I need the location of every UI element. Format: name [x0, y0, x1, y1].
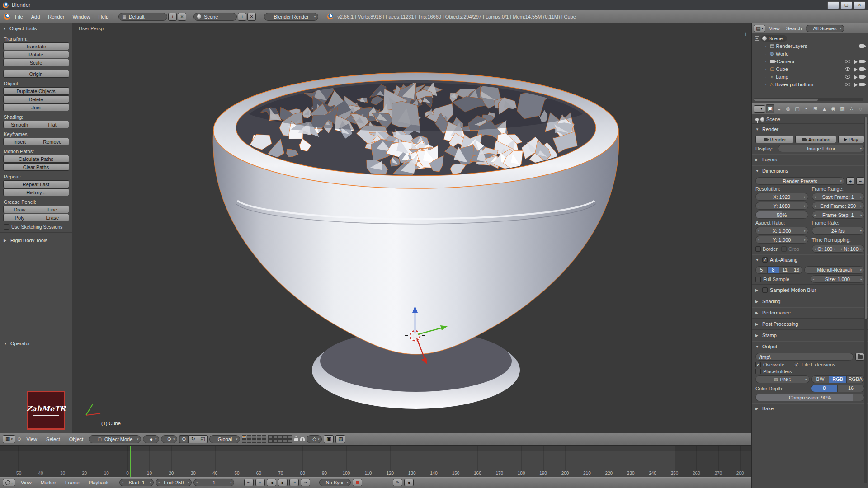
tab-physics[interactable]: ◌	[856, 104, 865, 113]
play-button[interactable]: ▶Play	[838, 136, 864, 143]
translate-button[interactable]: Translate	[3, 42, 69, 50]
tab-texture[interactable]: ▨	[838, 104, 847, 113]
outliner-row-world[interactable]: · ◍ World	[752, 50, 868, 57]
post-processing-panel-header[interactable]: ▶Post Processing	[752, 319, 868, 329]
outliner-row-lamp[interactable]: · ☼ Lamp	[752, 73, 868, 80]
color-mode-rgb[interactable]: RGB	[829, 375, 847, 383]
resolution-percentage-slider[interactable]: 50%	[755, 211, 808, 219]
maximize-button[interactable]: ▢	[840, 1, 852, 9]
render-panel-header[interactable]: ▼Render	[752, 124, 868, 134]
frame-step-field[interactable]: Frame Step: 1	[812, 211, 865, 219]
outliner-row-cube[interactable]: · ▢ Cube	[752, 65, 868, 73]
outliner-editor-type-button[interactable]: ▤▾	[754, 25, 765, 32]
outliner-row-renderlayers[interactable]: · ▤ RenderLayers	[752, 42, 868, 50]
region-expand-icon[interactable]: +	[744, 30, 748, 38]
pin-icon[interactable]	[755, 118, 759, 121]
properties-editor-type-button[interactable]: ≡▾	[754, 105, 765, 113]
outliner-row-scene[interactable]: − Scene	[752, 34, 868, 42]
timeline-playback-menu[interactable]: Playback	[85, 480, 113, 485]
rotate-button[interactable]: Rotate	[3, 51, 69, 58]
selectability-icon[interactable]	[852, 66, 858, 72]
sync-mode-selector[interactable]: No Sync▾	[319, 479, 351, 486]
jump-to-end-button[interactable]: ⇥	[301, 479, 310, 486]
menu-add[interactable]: Add	[28, 14, 44, 19]
color-mode-bw[interactable]: BW	[811, 375, 830, 383]
delete-scene-button[interactable]: ✕	[247, 13, 256, 21]
editor-type-button[interactable]: ▦ ▾	[3, 435, 15, 443]
tab-object[interactable]: ▢	[793, 104, 802, 113]
opengl-render-button[interactable]: ▣	[324, 435, 334, 443]
remap-new-field[interactable]: N: 100	[838, 245, 864, 253]
viewport-shading-selector[interactable]: ● ▾	[143, 435, 159, 443]
timeline-marker-menu[interactable]: Marker	[37, 480, 60, 485]
viewport-object-menu[interactable]: Object	[66, 436, 87, 442]
tab-world[interactable]: ◍	[784, 104, 793, 113]
renderability-icon[interactable]	[859, 75, 864, 79]
render-button[interactable]: Render	[755, 136, 793, 143]
jump-to-start-button[interactable]: ⇤	[244, 479, 254, 486]
menu-window[interactable]: Window	[69, 14, 94, 19]
current-frame-indicator[interactable]	[130, 446, 131, 477]
history-button[interactable]: History...	[3, 188, 69, 196]
aa-filter-selector[interactable]: Mitchell-Netravali▾	[804, 266, 864, 274]
orientation-selector[interactable]: Global ▾	[209, 435, 240, 443]
smooth-button[interactable]: Smooth	[3, 121, 37, 128]
remove-preset-button[interactable]: −	[856, 177, 864, 185]
translate-manipulator-toggle[interactable]: ⊕	[179, 435, 189, 443]
tab-particles[interactable]: ∴	[847, 104, 856, 113]
blender-menu-icon[interactable]	[4, 13, 10, 20]
aspect-y-field[interactable]: Y: 1.000	[755, 236, 808, 244]
file-extensions-checkbox[interactable]	[794, 362, 799, 367]
clear-paths-button[interactable]: Clear Paths	[3, 163, 69, 171]
selectability-icon[interactable]	[852, 74, 858, 80]
outliner-view-menu[interactable]: View	[766, 26, 783, 31]
renderability-icon[interactable]	[859, 60, 864, 63]
insert-keyframe-button[interactable]: Insert	[3, 138, 37, 145]
shading-panel-header[interactable]: ▶Shading	[752, 296, 868, 306]
layers-panel-header[interactable]: ▶Layers	[752, 155, 868, 164]
duplicate-objects-button[interactable]: Duplicate Objects	[3, 87, 69, 95]
bake-panel-header[interactable]: ▶Bake	[752, 404, 868, 413]
timeline-editor-type-button[interactable]: ▾	[3, 479, 15, 486]
timeline-ruler[interactable]: -50-40-30-20-100102030405060708090100110…	[0, 445, 751, 477]
resolution-y-field[interactable]: Y: 1080	[755, 202, 808, 210]
layers-grid-right[interactable]	[268, 435, 292, 443]
color-depth-8[interactable]: 8	[811, 385, 838, 392]
scale-manipulator-toggle[interactable]: ◱	[198, 435, 208, 443]
tab-modifiers[interactable]: ⊞	[811, 104, 820, 113]
tab-object-data[interactable]: ▲	[820, 104, 829, 113]
aspect-x-field[interactable]: X: 1.000	[755, 227, 808, 235]
visibility-icon[interactable]	[845, 83, 850, 86]
grease-line-button[interactable]: Line	[36, 206, 69, 213]
rigid-body-tools-panel-header[interactable]: ▶ Rigid Body Tools	[0, 235, 72, 245]
timeline-frame-menu[interactable]: Frame	[61, 480, 83, 485]
end-frame-field[interactable]: End Frame: 250	[812, 202, 865, 210]
join-button[interactable]: Join	[3, 103, 69, 111]
screen-layout-selector[interactable]: ▦ Default	[118, 13, 167, 21]
file-browse-button[interactable]	[855, 353, 864, 361]
keying-pencil-button[interactable]: ✎	[393, 479, 402, 486]
viewport-select-menu[interactable]: Select	[42, 436, 64, 442]
output-path-field[interactable]: /tmp\	[755, 353, 854, 361]
flat-button[interactable]: Flat	[36, 121, 69, 128]
performance-panel-header[interactable]: ▶Performance	[752, 308, 868, 318]
menu-render[interactable]: Render	[44, 14, 68, 19]
color-depth-16[interactable]: 16	[838, 385, 864, 392]
previous-keyframe-button[interactable]: ↞	[255, 479, 265, 486]
minimize-button[interactable]: ‒	[827, 1, 839, 9]
operator-panel-header[interactable]: ▼ Operator	[0, 338, 72, 348]
outliner-search-menu[interactable]: Search	[783, 26, 805, 31]
tab-constraints[interactable]: ◓	[802, 104, 811, 113]
delete-button[interactable]: Delete	[3, 95, 69, 103]
scene-selector[interactable]: Scene	[193, 13, 237, 21]
output-panel-header[interactable]: ▼Output	[752, 342, 868, 352]
outliner-row-camera[interactable]: · Camera	[752, 57, 868, 65]
remove-keyframe-button[interactable]: Remove	[36, 138, 69, 145]
tab-material[interactable]: ◉	[829, 104, 838, 113]
file-format-selector[interactable]: ▨ PNG▾	[755, 375, 810, 383]
grease-erase-button[interactable]: Erase	[36, 214, 69, 221]
play-button[interactable]: ▶	[278, 479, 288, 486]
add-preset-button[interactable]: +	[846, 177, 854, 185]
border-checkbox[interactable]	[755, 246, 761, 252]
renderability-icon[interactable]	[859, 83, 864, 86]
